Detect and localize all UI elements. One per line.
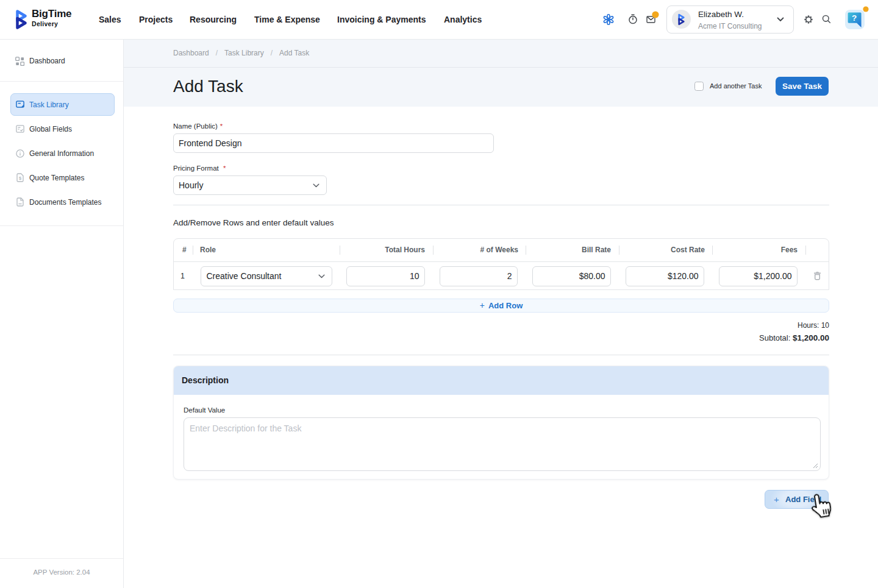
svg-text:$: $ xyxy=(19,175,22,181)
svg-text:?: ? xyxy=(852,13,857,23)
